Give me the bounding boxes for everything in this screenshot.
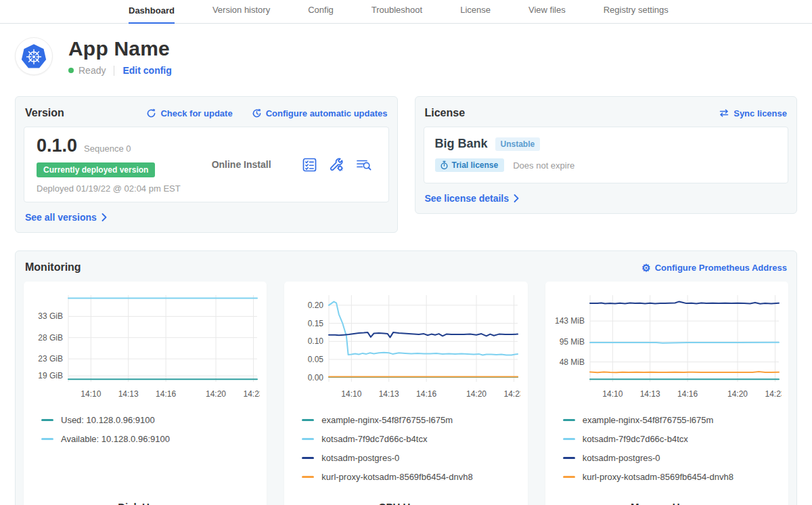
license-type-badge: Trial license [435,158,505,172]
tab-registry-settings[interactable]: Registry settings [604,5,669,23]
legend-label: Used: 10.128.0.96:9100 [61,415,155,425]
legend-label: kotsadm-7f9dc7d66c-b4tcx [321,434,427,444]
app-header-text: App Name Ready Edit config [68,37,172,76]
version-card-title: Version [25,107,64,119]
chevron-right-icon [514,194,519,202]
svg-text:14:10: 14:10 [81,389,101,399]
legend-item: Available: 10.128.0.96:9100 [41,433,264,445]
legend-swatch [41,419,53,421]
chart-title: Memory Usage [548,501,786,505]
tab-dashboard[interactable]: Dashboard [129,5,175,24]
divider [114,66,114,76]
tab-troubleshoot[interactable]: Troubleshoot [371,5,422,23]
legend-swatch [563,438,575,440]
legend-label: example-nginx-54f8f76755-l675m [583,415,714,425]
svg-text:23 GiB: 23 GiB [38,354,63,364]
current-version-panel: 0.1.0 Sequence 0 Currently deployed vers… [24,127,389,202]
legend-item: kotsadm-7f9dc7d66c-b4tcx [563,433,786,445]
chevron-right-icon [102,213,107,221]
version-number: 0.1.0 [37,135,77,156]
legend-swatch [41,438,53,440]
cards-row: Version Check for update [15,96,797,233]
legend-item: kotsadm-postgres-0 [302,452,524,464]
legend-label: Available: 10.128.0.96:9100 [61,434,170,444]
cpu-usage-legend: example-nginx-54f8f76755-l675mkotsadm-7f… [287,414,524,494]
deployed-timestamp: Deployed 01/19/22 @ 02:04 pm EST [37,183,181,194]
channel-badge: Unstable [495,137,541,151]
legend-swatch [302,419,314,421]
svg-text:48 MiB: 48 MiB [559,357,584,367]
chart-title: CPU Usage [287,501,524,505]
svg-text:14:23: 14:23 [504,389,521,399]
svg-text:33 GiB: 33 GiB [38,311,63,321]
see-license-details-link[interactable]: See license details [425,193,520,204]
sequence-label: Sequence 0 [84,144,131,154]
svg-text:14:13: 14:13 [118,389,139,399]
cpu-usage-svg: 0.200.150.100.050.0014:1014:1314:1614:20… [287,288,520,405]
svg-text:14:16: 14:16 [156,389,176,399]
tab-config[interactable]: Config [308,5,334,23]
legend-label: example-nginx-54f8f76755-l675m [321,415,453,425]
svg-text:14:23: 14:23 [243,389,260,399]
legend-item: kotsadm-7f9dc7d66c-b4tcx [302,433,524,445]
charts-row: 33 GiB28 GiB23 GiB19 GiB14:1014:1314:161… [24,282,788,505]
tab-license[interactable]: License [460,5,491,23]
preflight-checks-button[interactable] [302,158,317,172]
checklist-icon [302,158,317,172]
legend-label: kotsadm-7f9dc7d66c-b4tcx [583,434,688,444]
deploy-logs-button[interactable] [356,158,372,172]
swap-arrows-icon [719,108,729,118]
stopwatch-icon [440,160,449,170]
svg-text:0.20: 0.20 [308,301,324,310]
configure-prometheus-button[interactable]: ⚙ Configure Prometheus Address [641,263,787,273]
svg-text:14:10: 14:10 [602,389,623,399]
sync-license-button[interactable]: Sync license [719,108,787,118]
customer-name: Big Bank [435,137,488,151]
list-search-icon [356,158,372,172]
memory-usage-plot: 143 MiB95 MiB48 MiB14:1014:1314:1614:201… [548,288,786,408]
legend-swatch [563,457,575,459]
legend-swatch [563,476,575,478]
svg-text:14:16: 14:16 [677,389,698,399]
svg-text:28 GiB: 28 GiB [38,333,63,343]
cpu-usage-chart-card: 0.200.150.100.050.0014:1014:1314:1614:20… [284,282,527,505]
memory-usage-legend: example-nginx-54f8f76755-l675mkotsadm-7f… [548,414,786,494]
disk-usage-chart-card: 33 GiB28 GiB23 GiB19 GiB14:1014:1314:161… [24,282,267,505]
svg-text:0.15: 0.15 [308,319,324,328]
check-for-update-button[interactable]: Check for update [146,108,232,118]
edit-config-button[interactable] [329,157,344,172]
license-panel: Big Bank Unstable Trial license Does not… [424,127,789,183]
cpu-usage-plot: 0.200.150.100.050.0014:1014:1314:1614:20… [287,288,524,408]
monitoring-card: Monitoring ⚙ Configure Prometheus Addres… [15,250,797,505]
tab-view-files[interactable]: View files [528,5,566,23]
version-actions [302,157,376,172]
svg-text:14:13: 14:13 [379,389,399,399]
edit-config-link[interactable]: Edit config [122,65,171,76]
legend-label: kotsadm-postgres-0 [583,453,660,463]
gear-icon: ⚙ [641,263,650,273]
see-all-versions-link[interactable]: See all versions [25,212,107,223]
configure-automatic-updates-button[interactable]: Configure automatic updates [252,108,388,118]
svg-text:14:23: 14:23 [765,389,782,399]
license-card-title: License [425,107,466,119]
legend-swatch [563,419,575,421]
legend-item: kurl-proxy-kotsadm-8569fb6454-dnvh8 [563,471,786,483]
legend-item: kurl-proxy-kotsadm-8569fb6454-dnvh8 [302,471,524,483]
svg-text:143 MiB: 143 MiB [555,316,585,326]
svg-text:14:20: 14:20 [206,389,226,399]
deployed-badge: Currently deployed version [37,162,155,177]
chart-title: Disk Usage [26,501,264,505]
clock-refresh-icon [252,108,262,118]
legend-swatch [302,438,314,440]
svg-text:14:20: 14:20 [466,389,487,399]
refresh-icon [146,108,156,118]
svg-text:14:20: 14:20 [727,389,748,399]
svg-text:14:13: 14:13 [639,389,660,399]
svg-text:19 GiB: 19 GiB [38,371,63,380]
tab-version-history[interactable]: Version history [212,5,270,23]
svg-text:0.00: 0.00 [308,373,324,382]
memory-usage-svg: 143 MiB95 MiB48 MiB14:1014:1314:1614:201… [548,288,782,405]
version-card: Version Check for update [15,96,398,233]
disk-usage-plot: 33 GiB28 GiB23 GiB19 GiB14:1014:1314:161… [26,288,264,408]
kubernetes-logo-icon [18,41,49,72]
